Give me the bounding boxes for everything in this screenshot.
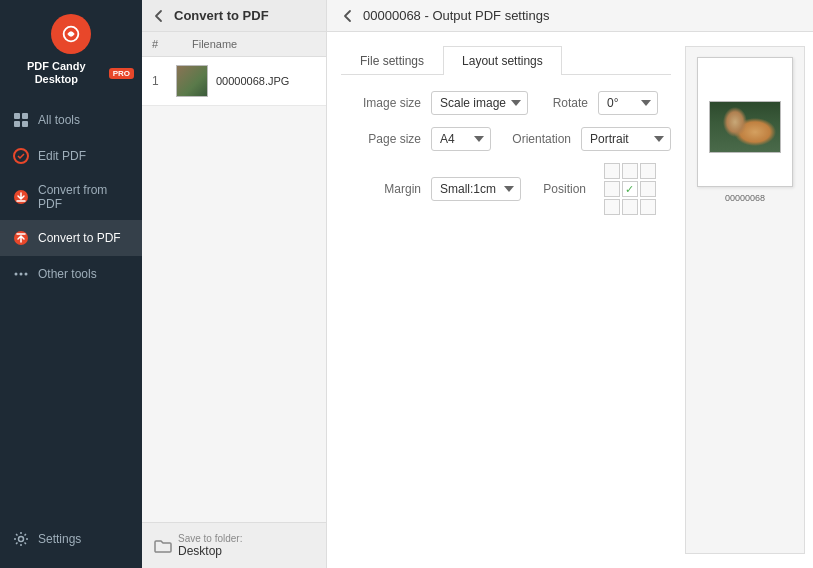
candy-icon	[60, 23, 82, 45]
page-size-select[interactable]: A4	[431, 127, 491, 151]
settings-item[interactable]: Settings	[12, 524, 130, 554]
sidebar-item-label: Edit PDF	[38, 149, 86, 163]
settings-title: 00000068 - Output PDF settings	[363, 8, 549, 23]
app-logo: PDF Candy Desktop PRO	[0, 0, 142, 96]
margin-label: Margin	[341, 182, 421, 196]
preview-filename: 00000068	[725, 193, 765, 203]
tabs: File settings Layout settings	[341, 46, 671, 75]
tab-file-settings[interactable]: File settings	[341, 46, 443, 75]
page-size-row: Page size A4 Orientation Portrait	[341, 127, 671, 151]
sidebar-nav: All tools Edit PDF Convert from PDF Conv…	[0, 96, 142, 514]
pos-cell-ml[interactable]	[604, 181, 620, 197]
sidebar-item-convert-to-pdf[interactable]: Convert to PDF	[0, 220, 142, 256]
preview-dog-image	[710, 102, 780, 152]
dots-icon	[12, 265, 30, 283]
svg-point-10	[25, 273, 28, 276]
sidebar-item-label: Other tools	[38, 267, 97, 281]
app-name: PDF Candy Desktop	[8, 60, 105, 86]
download-icon	[12, 188, 30, 206]
pos-cell-br[interactable]	[640, 199, 656, 215]
folder-icon	[154, 537, 172, 555]
svg-rect-2	[22, 113, 28, 119]
sidebar-bottom: Settings	[0, 514, 142, 568]
file-list: 1 00000068.JPG	[142, 57, 326, 522]
settings-back-button[interactable]	[341, 9, 355, 23]
sidebar-item-edit-pdf[interactable]: Edit PDF	[0, 138, 142, 174]
page-size-label: Page size	[341, 132, 421, 146]
file-list-item[interactable]: 1 00000068.JPG	[142, 57, 326, 106]
thumbnail-image	[177, 65, 207, 97]
logo-icon	[51, 14, 91, 54]
sidebar-item-all-tools[interactable]: All tools	[0, 102, 142, 138]
file-name: 00000068.JPG	[216, 75, 289, 87]
svg-rect-1	[14, 113, 20, 119]
pos-cell-tc[interactable]	[622, 163, 638, 179]
sidebar-item-label: Convert from PDF	[38, 183, 130, 211]
check-icon: ✓	[625, 184, 635, 194]
sidebar-item-convert-from-pdf[interactable]: Convert from PDF	[0, 174, 142, 220]
folder-info: Save to folder: Desktop	[178, 533, 242, 558]
preview-image	[709, 101, 781, 153]
pos-cell-mc[interactable]: ✓	[622, 181, 638, 197]
margin-row: Margin Small:1cm Position ✓	[341, 163, 671, 215]
orientation-label: Orientation	[501, 132, 571, 146]
image-size-label: Image size	[341, 96, 421, 110]
file-panel-header: Convert to PDF	[142, 0, 326, 32]
svg-point-9	[20, 273, 23, 276]
sidebar-item-other-tools[interactable]: Other tools	[0, 256, 142, 292]
orientation-select[interactable]: Portrait	[581, 127, 671, 151]
pos-cell-bl[interactable]	[604, 199, 620, 215]
folder-selector[interactable]: Save to folder: Desktop	[154, 533, 314, 558]
preview-top-space	[706, 66, 784, 101]
main-area: Convert to PDF # Filename 1 00000068.JPG	[142, 0, 813, 568]
file-panel-footer[interactable]: Save to folder: Desktop	[142, 522, 326, 568]
position-label: Position	[531, 182, 586, 196]
preview-page	[697, 57, 793, 187]
rotate-label: Rotate	[538, 96, 588, 110]
save-to-label: Save to folder:	[178, 533, 242, 544]
back-button[interactable]	[152, 9, 166, 23]
settings-form: File settings Layout settings Image size…	[341, 46, 671, 554]
sidebar: PDF Candy Desktop PRO All tools Edit PDF…	[0, 0, 142, 568]
upload-icon	[12, 229, 30, 247]
settings-label: Settings	[38, 532, 81, 546]
svg-rect-4	[22, 121, 28, 127]
pro-badge: PRO	[109, 68, 134, 79]
grid-icon	[12, 111, 30, 129]
sidebar-item-label: Convert to PDF	[38, 231, 121, 245]
image-size-select[interactable]: Scale image	[431, 91, 528, 115]
svg-rect-3	[14, 121, 20, 127]
panel-title: Convert to PDF	[174, 8, 269, 23]
col-num-header: #	[152, 38, 172, 50]
settings-content: File settings Layout settings Image size…	[327, 32, 813, 568]
svg-point-8	[15, 273, 18, 276]
image-size-row: Image size Scale image Rotate 0°	[341, 91, 671, 115]
folder-name: Desktop	[178, 544, 242, 558]
pos-cell-tl[interactable]	[604, 163, 620, 179]
file-list-header: # Filename	[142, 32, 326, 57]
col-filename-header: Filename	[192, 38, 316, 50]
file-num: 1	[152, 74, 168, 88]
file-panel: Convert to PDF # Filename 1 00000068.JPG	[142, 0, 327, 568]
settings-icon	[12, 530, 30, 548]
settings-panel: 00000068 - Output PDF settings File sett…	[327, 0, 813, 568]
margin-select[interactable]: Small:1cm	[431, 177, 521, 201]
tab-layout-settings[interactable]: Layout settings	[443, 46, 562, 75]
pos-cell-tr[interactable]	[640, 163, 656, 179]
position-grid: ✓	[604, 163, 656, 215]
edit-icon	[12, 147, 30, 165]
settings-header: 00000068 - Output PDF settings	[327, 0, 813, 32]
rotate-select[interactable]: 0°	[598, 91, 658, 115]
svg-point-11	[19, 537, 24, 542]
preview-panel: 00000068	[685, 46, 805, 554]
file-thumbnail	[176, 65, 208, 97]
sidebar-item-label: All tools	[38, 113, 80, 127]
pos-cell-bc[interactable]	[622, 199, 638, 215]
pos-cell-mr[interactable]	[640, 181, 656, 197]
